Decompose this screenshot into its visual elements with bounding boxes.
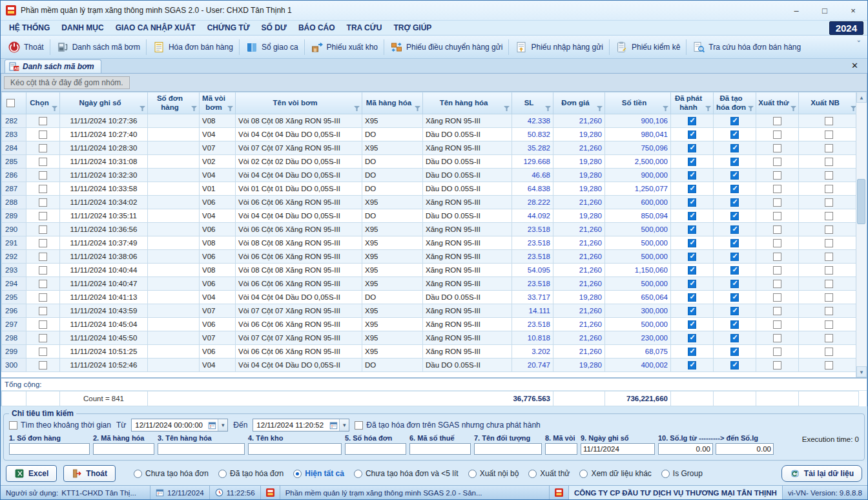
radio-icon[interactable] xyxy=(354,470,362,478)
radio-option-6[interactable]: Xem dữ liệu khác xyxy=(579,469,651,478)
internal-export-checkbox[interactable] xyxy=(825,348,833,356)
internal-export-checkbox[interactable] xyxy=(825,144,833,152)
row-select-checkbox[interactable] xyxy=(39,130,47,139)
toolbar-button-8[interactable]: Tra cứu hóa đơn bán hàng xyxy=(688,38,805,56)
table-row[interactable]: 30011/11/2024 10:52:46V04Vòi 04 Cột 04 D… xyxy=(2,359,856,372)
table-row[interactable]: 28211/11/2024 10:27:36V08Vòi 08 Cột 08 X… xyxy=(2,114,856,128)
published-checkbox[interactable] xyxy=(688,198,696,207)
filter-funnel-icon[interactable] xyxy=(52,106,57,111)
filter-funnel-icon[interactable] xyxy=(415,106,420,111)
radio-option-2[interactable]: Hiện tất cả xyxy=(293,469,344,478)
filter-funnel-icon[interactable] xyxy=(545,106,551,111)
published-checkbox[interactable] xyxy=(688,239,696,247)
table-row[interactable]: 29811/11/2024 10:45:50V07Vòi 07 Cột 07 X… xyxy=(2,331,856,345)
row-select-checkbox[interactable] xyxy=(39,144,47,152)
invoiced-checkbox[interactable] xyxy=(730,144,739,152)
column-header-6[interactable]: Tên hàng hóa xyxy=(423,92,512,114)
test-export-checkbox[interactable] xyxy=(773,171,781,180)
column-header-10[interactable]: Đã phát hành xyxy=(671,92,714,114)
search-input-warehouse[interactable] xyxy=(248,443,342,455)
published-checkbox[interactable] xyxy=(688,144,696,152)
internal-export-checkbox[interactable] xyxy=(825,307,833,315)
select-all-header[interactable] xyxy=(2,92,26,114)
search-input-record-date[interactable] xyxy=(581,443,655,455)
test-export-checkbox[interactable] xyxy=(773,158,781,166)
row-select-checkbox[interactable] xyxy=(39,198,47,207)
table-row[interactable]: 29411/11/2024 10:40:47V06Vòi 06 Cột 06 X… xyxy=(2,277,856,291)
internal-export-checkbox[interactable] xyxy=(825,320,833,329)
test-export-checkbox[interactable] xyxy=(773,266,781,275)
published-checkbox[interactable] xyxy=(688,293,696,302)
menu-item-6[interactable]: TRA CỨU xyxy=(341,22,388,34)
row-select-checkbox[interactable] xyxy=(39,348,47,356)
test-export-checkbox[interactable] xyxy=(773,212,781,220)
radio-icon[interactable] xyxy=(528,470,537,478)
test-export-checkbox[interactable] xyxy=(773,239,781,247)
row-select-checkbox[interactable] xyxy=(39,171,47,180)
row-select-checkbox[interactable] xyxy=(39,320,47,329)
row-select-checkbox[interactable] xyxy=(39,225,47,234)
menu-item-2[interactable]: GIAO CA NHẬP XUẤT xyxy=(110,22,202,34)
test-export-checkbox[interactable] xyxy=(773,334,781,342)
published-checkbox[interactable] xyxy=(688,171,696,180)
column-header-5[interactable]: Mã hàng hóa xyxy=(362,92,423,114)
test-export-checkbox[interactable] xyxy=(773,185,781,193)
scroll-down-button[interactable]: ▼ xyxy=(856,366,867,377)
column-header-13[interactable]: Xuất NB xyxy=(799,92,856,114)
search-input-pump-code[interactable] xyxy=(545,443,577,455)
table-row[interactable]: 28611/11/2024 10:32:30V04Vòi 04 Cột 04 D… xyxy=(2,169,856,182)
internal-export-checkbox[interactable] xyxy=(825,130,833,139)
created-not-published-checkbox[interactable]: Đã tạo hóa đơn trên SGAS nhưng chưa phát… xyxy=(355,421,540,430)
radio-icon[interactable] xyxy=(134,470,142,478)
invoiced-checkbox[interactable] xyxy=(730,239,739,247)
table-row[interactable]: 29211/11/2024 10:38:06V06Vòi 06 Cột 06 X… xyxy=(2,250,856,264)
dropdown-arrow-icon[interactable]: ▾ xyxy=(218,419,227,431)
published-checkbox[interactable] xyxy=(688,185,696,193)
row-select-checkbox[interactable] xyxy=(39,185,47,193)
table-row[interactable]: 28411/11/2024 10:28:30V07Vòi 07 Cột 07 X… xyxy=(2,141,856,155)
test-export-checkbox[interactable] xyxy=(773,198,781,207)
published-checkbox[interactable] xyxy=(688,266,696,275)
published-checkbox[interactable] xyxy=(688,307,696,315)
table-row[interactable]: 28811/11/2024 10:34:02V06Vòi 06 Cột 06 X… xyxy=(2,196,856,209)
table-row[interactable]: 28911/11/2024 10:35:11V04Vòi 04 Cột 04 D… xyxy=(2,209,856,223)
test-export-checkbox[interactable] xyxy=(773,144,781,152)
internal-export-checkbox[interactable] xyxy=(825,293,833,302)
to-datetime-picker[interactable]: 12/11/2024 11:20:52 ▾ xyxy=(253,419,349,432)
toolbar-button-0[interactable]: Thoát xyxy=(3,38,48,56)
table-row[interactable]: 28711/11/2024 10:33:58V01Vòi 01 Cột 01 D… xyxy=(2,182,856,196)
search-input-qty-range[interactable] xyxy=(658,443,713,455)
internal-export-checkbox[interactable] xyxy=(825,266,833,275)
test-export-checkbox[interactable] xyxy=(773,117,781,125)
search-input-invoice-no[interactable] xyxy=(345,443,406,455)
row-select-checkbox[interactable] xyxy=(39,361,47,370)
test-export-checkbox[interactable] xyxy=(773,320,781,329)
table-row[interactable]: 29611/11/2024 10:43:59V07Vòi 07 Cột 07 X… xyxy=(2,304,856,318)
row-select-checkbox[interactable] xyxy=(39,307,47,315)
table-row[interactable]: 29111/11/2024 10:37:49V08Vòi 08 Cột 08 X… xyxy=(2,236,856,250)
radio-icon[interactable] xyxy=(579,470,588,478)
invoiced-checkbox[interactable] xyxy=(730,280,739,288)
invoiced-checkbox[interactable] xyxy=(730,293,739,302)
column-header-12[interactable]: Xuất thử xyxy=(756,92,799,114)
row-select-checkbox[interactable] xyxy=(39,293,47,302)
radio-option-5[interactable]: Xuất thử xyxy=(528,469,570,478)
published-checkbox[interactable] xyxy=(688,130,696,139)
column-header-11[interactable]: Đã tạo hóa đơn xyxy=(714,92,756,114)
radio-option-0[interactable]: Chưa tạo hóa đơn xyxy=(134,469,209,478)
menu-item-5[interactable]: BÁO CÁO xyxy=(293,22,341,34)
menu-item-1[interactable]: DANH MỤC xyxy=(56,22,109,34)
table-row[interactable]: 29711/11/2024 10:45:04V06Vòi 06 Cột 06 X… xyxy=(2,318,856,331)
internal-export-checkbox[interactable] xyxy=(825,185,833,193)
published-checkbox[interactable] xyxy=(688,212,696,220)
filter-funnel-icon[interactable] xyxy=(504,106,510,111)
invoiced-checkbox[interactable] xyxy=(730,334,739,342)
row-select-checkbox[interactable] xyxy=(39,117,47,125)
published-checkbox[interactable] xyxy=(688,348,696,356)
filter-funnel-icon[interactable] xyxy=(597,106,603,111)
column-header-4[interactable]: Tên vòi bơm xyxy=(236,92,362,114)
internal-export-checkbox[interactable] xyxy=(825,171,833,180)
internal-export-checkbox[interactable] xyxy=(825,158,833,166)
invoiced-checkbox[interactable] xyxy=(730,348,739,356)
search-input-order-no[interactable] xyxy=(9,443,90,455)
